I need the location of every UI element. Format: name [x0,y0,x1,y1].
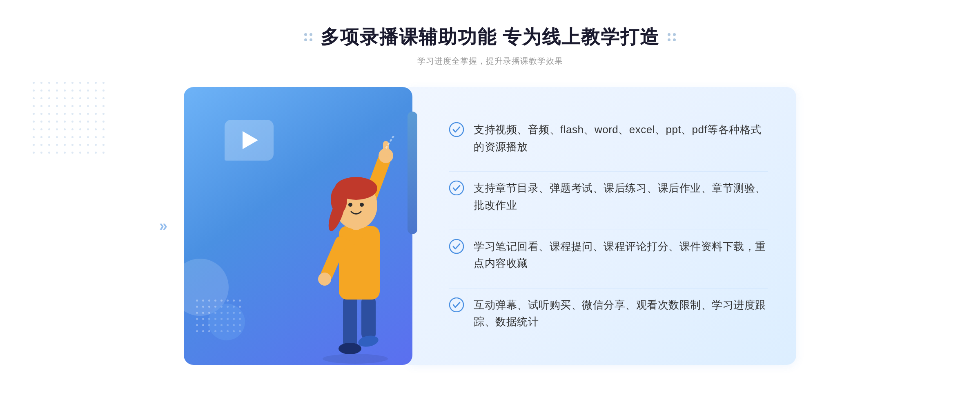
svg-point-19 [450,123,463,136]
svg-point-0 [323,354,388,364]
header-section: 多项录播课辅助功能 专为线上教学打造 学习进度全掌握，提升录播课教学效果 [304,25,676,67]
figure-illustration [290,136,421,365]
play-bubble [225,120,274,161]
svg-line-9 [327,242,341,275]
feature-text-2: 支持章节目录、弹题考试、课后练习、课后作业、章节测验、批改作业 [474,180,768,214]
content-area: » [184,87,796,365]
title-row: 多项录播课辅助功能 专为线上教学打造 [304,25,676,50]
right-title-decorator [668,33,676,41]
svg-rect-2 [361,295,376,340]
svg-rect-8 [383,141,389,157]
feature-text-1: 支持视频、音频、flash、word、excel、ppt、pdf等各种格式的资源… [474,121,768,155]
feature-text-4: 互动弹幕、试听购买、微信分享、观看次数限制、学习进度跟踪、数据统计 [474,297,768,331]
svg-point-3 [339,343,361,354]
check-icon-4 [449,297,464,312]
circle-decoration-medium [208,304,245,340]
feature-item-2: 支持章节目录、弹题考试、课后练习、课后作业、章节测验、批改作业 [449,171,768,222]
check-icon-3 [449,239,464,254]
blue-vertical-bar [408,112,417,234]
svg-point-20 [450,181,463,195]
check-icon-1 [449,122,464,137]
svg-point-4 [357,334,379,348]
feature-item-3: 学习笔记回看、课程提问、课程评论打分、课件资料下载，重点内容收藏 [449,230,768,280]
svg-point-16 [348,203,352,207]
page-subtitle: 学习进度全掌握，提升录播课教学效果 [304,56,676,67]
page-title: 多项录播课辅助功能 专为线上教学打造 [321,25,660,50]
svg-point-10 [318,273,331,286]
illustration-card [184,87,412,365]
svg-point-17 [360,203,364,207]
svg-rect-1 [343,295,357,349]
check-icon-2 [449,181,464,195]
svg-point-21 [450,239,463,253]
feature-item-1: 支持视频、音频、flash、word、excel、ppt、pdf等各种格式的资源… [449,113,768,163]
play-triangle-icon [243,131,258,149]
left-title-decorator [304,33,312,41]
features-card: 支持视频、音频、flash、word、excel、ppt、pdf等各种格式的资源… [408,87,796,365]
bg-dots-left [33,82,105,154]
left-arrow-icon: » [159,217,167,235]
feature-item-4: 互动弹幕、试听购买、微信分享、观看次数限制、学习进度跟踪、数据统计 [449,288,768,339]
feature-text-3: 学习笔记回看、课程提问、课程评论打分、课件资料下载，重点内容收藏 [474,238,768,272]
page-wrapper: 多项录播课辅助功能 专为线上教学打造 学习进度全掌握，提升录播课教学效果 » [0,0,980,398]
svg-point-22 [450,298,463,312]
